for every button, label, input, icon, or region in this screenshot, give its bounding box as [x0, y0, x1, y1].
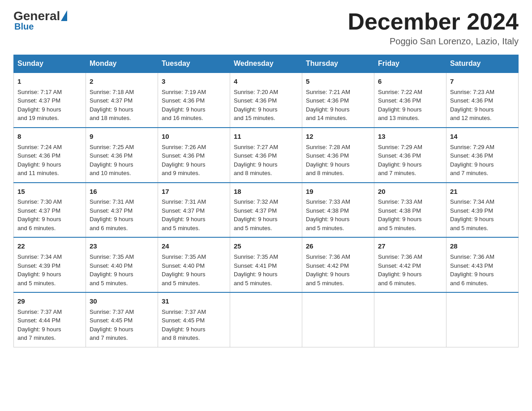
week-row-3: 15Sunrise: 7:30 AMSunset: 4:37 PMDayligh…: [14, 183, 519, 238]
calendar-cell: 29Sunrise: 7:37 AMSunset: 4:44 PMDayligh…: [14, 292, 86, 347]
week-row-5: 29Sunrise: 7:37 AMSunset: 4:44 PMDayligh…: [14, 292, 519, 347]
title-area: December 2024 Poggio San Lorenzo, Lazio,…: [348, 9, 519, 47]
calendar-cell: 10Sunrise: 7:26 AMSunset: 4:36 PMDayligh…: [158, 128, 230, 183]
calendar-cell: 21Sunrise: 7:34 AMSunset: 4:39 PMDayligh…: [446, 183, 519, 238]
header-tuesday: Tuesday: [158, 55, 230, 73]
day-info: Sunrise: 7:33 AMSunset: 4:38 PMDaylight:…: [306, 197, 370, 232]
day-info: Sunrise: 7:37 AMSunset: 4:44 PMDaylight:…: [17, 308, 82, 342]
calendar-cell: 4Sunrise: 7:20 AMSunset: 4:36 PMDaylight…: [230, 73, 302, 128]
day-number: 3: [162, 77, 226, 86]
day-number: 14: [450, 132, 515, 141]
day-info: Sunrise: 7:31 AMSunset: 4:37 PMDaylight:…: [162, 197, 226, 232]
calendar-cell: 24Sunrise: 7:35 AMSunset: 4:40 PMDayligh…: [158, 237, 230, 292]
header-saturday: Saturday: [446, 55, 519, 73]
calendar-cell: 25Sunrise: 7:35 AMSunset: 4:41 PMDayligh…: [230, 237, 302, 292]
day-number: 16: [90, 187, 154, 197]
day-info: Sunrise: 7:20 AMSunset: 4:36 PMDaylight:…: [234, 88, 298, 123]
calendar-cell: 22Sunrise: 7:34 AMSunset: 4:39 PMDayligh…: [14, 237, 86, 292]
day-info: Sunrise: 7:27 AMSunset: 4:36 PMDaylight:…: [234, 143, 298, 178]
day-number: 7: [450, 77, 515, 86]
calendar-cell: 9Sunrise: 7:25 AMSunset: 4:36 PMDaylight…: [86, 128, 158, 183]
day-number: 17: [162, 187, 226, 197]
day-number: 15: [17, 187, 82, 197]
day-number: 29: [17, 296, 82, 306]
day-info: Sunrise: 7:33 AMSunset: 4:38 PMDaylight:…: [378, 197, 442, 232]
header-wednesday: Wednesday: [230, 55, 302, 73]
calendar-cell: 20Sunrise: 7:33 AMSunset: 4:38 PMDayligh…: [374, 183, 446, 238]
calendar-cell: 15Sunrise: 7:30 AMSunset: 4:37 PMDayligh…: [14, 183, 86, 238]
day-info: Sunrise: 7:29 AMSunset: 4:36 PMDaylight:…: [450, 143, 515, 178]
calendar-cell: 12Sunrise: 7:28 AMSunset: 4:36 PMDayligh…: [302, 128, 374, 183]
day-info: Sunrise: 7:23 AMSunset: 4:36 PMDaylight:…: [450, 88, 515, 123]
day-info: Sunrise: 7:32 AMSunset: 4:37 PMDaylight:…: [234, 197, 298, 232]
calendar-cell: 16Sunrise: 7:31 AMSunset: 4:37 PMDayligh…: [86, 183, 158, 238]
day-number: 9: [90, 132, 154, 141]
day-number: 31: [162, 296, 226, 306]
day-info: Sunrise: 7:36 AMSunset: 4:42 PMDaylight:…: [306, 253, 370, 287]
day-info: Sunrise: 7:21 AMSunset: 4:36 PMDaylight:…: [306, 88, 370, 123]
day-info: Sunrise: 7:22 AMSunset: 4:36 PMDaylight:…: [378, 88, 442, 123]
calendar-cell: [446, 292, 519, 347]
calendar-cell: 8Sunrise: 7:24 AMSunset: 4:36 PMDaylight…: [14, 128, 86, 183]
day-info: Sunrise: 7:35 AMSunset: 4:40 PMDaylight:…: [90, 253, 154, 287]
calendar-cell: 18Sunrise: 7:32 AMSunset: 4:37 PMDayligh…: [230, 183, 302, 238]
day-info: Sunrise: 7:24 AMSunset: 4:36 PMDaylight:…: [17, 143, 82, 178]
day-info: Sunrise: 7:31 AMSunset: 4:37 PMDaylight:…: [90, 197, 154, 232]
calendar-body: 1Sunrise: 7:17 AMSunset: 4:37 PMDaylight…: [14, 73, 519, 347]
day-number: 22: [17, 241, 82, 251]
day-number: 25: [234, 241, 298, 251]
day-info: Sunrise: 7:17 AMSunset: 4:37 PMDaylight:…: [17, 88, 82, 123]
calendar-cell: 1Sunrise: 7:17 AMSunset: 4:37 PMDaylight…: [14, 73, 86, 128]
day-info: Sunrise: 7:26 AMSunset: 4:36 PMDaylight:…: [162, 143, 226, 178]
calendar-cell: [374, 292, 446, 347]
day-number: 24: [162, 241, 226, 251]
location-title: Poggio San Lorenzo, Lazio, Italy: [348, 36, 519, 47]
day-info: Sunrise: 7:37 AMSunset: 4:45 PMDaylight:…: [90, 308, 154, 342]
calendar-cell: 26Sunrise: 7:36 AMSunset: 4:42 PMDayligh…: [302, 237, 374, 292]
calendar-cell: 11Sunrise: 7:27 AMSunset: 4:36 PMDayligh…: [230, 128, 302, 183]
header-thursday: Thursday: [302, 55, 374, 73]
calendar-header: Sunday Monday Tuesday Wednesday Thursday…: [14, 55, 519, 73]
day-number: 21: [450, 187, 515, 197]
calendar-cell: 27Sunrise: 7:36 AMSunset: 4:42 PMDayligh…: [374, 237, 446, 292]
calendar-cell: 30Sunrise: 7:37 AMSunset: 4:45 PMDayligh…: [86, 292, 158, 347]
calendar-cell: 19Sunrise: 7:33 AMSunset: 4:38 PMDayligh…: [302, 183, 374, 238]
week-row-1: 1Sunrise: 7:17 AMSunset: 4:37 PMDaylight…: [14, 73, 519, 128]
header-sunday: Sunday: [14, 55, 86, 73]
day-number: 28: [450, 241, 515, 251]
day-number: 1: [17, 77, 82, 86]
day-number: 12: [306, 132, 370, 141]
day-info: Sunrise: 7:28 AMSunset: 4:36 PMDaylight:…: [306, 143, 370, 178]
day-info: Sunrise: 7:34 AMSunset: 4:39 PMDaylight:…: [450, 197, 515, 232]
week-row-4: 22Sunrise: 7:34 AMSunset: 4:39 PMDayligh…: [14, 237, 519, 292]
page-header: General Blue December 2024 Poggio San Lo…: [13, 9, 519, 47]
week-row-2: 8Sunrise: 7:24 AMSunset: 4:36 PMDaylight…: [14, 128, 519, 183]
calendar-cell: 2Sunrise: 7:18 AMSunset: 4:37 PMDaylight…: [86, 73, 158, 128]
calendar-cell: 3Sunrise: 7:19 AMSunset: 4:36 PMDaylight…: [158, 73, 230, 128]
day-number: 23: [90, 241, 154, 251]
day-info: Sunrise: 7:36 AMSunset: 4:42 PMDaylight:…: [378, 253, 442, 287]
day-number: 18: [234, 187, 298, 197]
day-number: 5: [306, 77, 370, 86]
month-title: December 2024: [348, 9, 519, 34]
day-number: 26: [306, 241, 370, 251]
logo-triangle-icon: [61, 10, 67, 21]
day-info: Sunrise: 7:35 AMSunset: 4:41 PMDaylight:…: [234, 253, 298, 287]
day-number: 30: [90, 296, 154, 306]
calendar-cell: 17Sunrise: 7:31 AMSunset: 4:37 PMDayligh…: [158, 183, 230, 238]
day-number: 10: [162, 132, 226, 141]
calendar-cell: 31Sunrise: 7:37 AMSunset: 4:45 PMDayligh…: [158, 292, 230, 347]
calendar-cell: 6Sunrise: 7:22 AMSunset: 4:36 PMDaylight…: [374, 73, 446, 128]
day-number: 13: [378, 132, 442, 141]
day-number: 20: [378, 187, 442, 197]
day-info: Sunrise: 7:25 AMSunset: 4:36 PMDaylight:…: [90, 143, 154, 178]
header-monday: Monday: [86, 55, 158, 73]
day-number: 8: [17, 132, 82, 141]
day-info: Sunrise: 7:36 AMSunset: 4:43 PMDaylight:…: [450, 253, 515, 287]
day-info: Sunrise: 7:30 AMSunset: 4:37 PMDaylight:…: [17, 197, 82, 232]
calendar-cell: 23Sunrise: 7:35 AMSunset: 4:40 PMDayligh…: [86, 237, 158, 292]
day-info: Sunrise: 7:34 AMSunset: 4:39 PMDaylight:…: [17, 253, 82, 287]
logo-blue-text: Blue: [14, 21, 34, 32]
day-number: 11: [234, 132, 298, 141]
calendar-cell: [230, 292, 302, 347]
